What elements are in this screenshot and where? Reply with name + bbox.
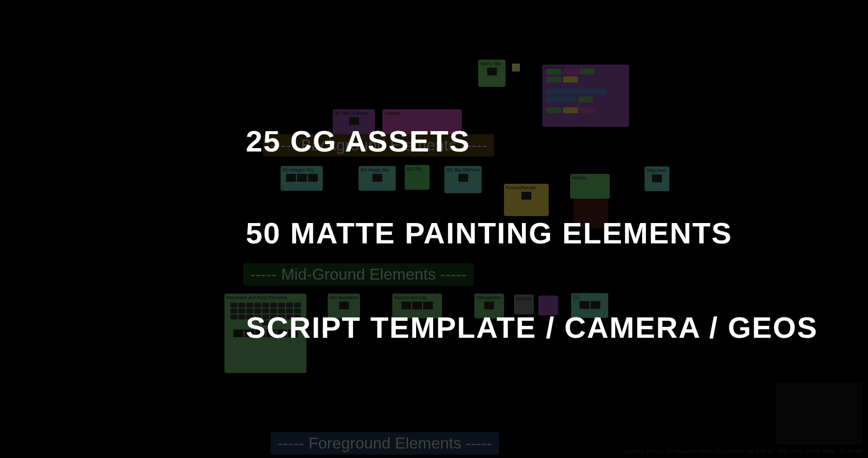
overlay-line-2: 50 MATTE PAINTING ELEMENTS [246,216,732,250]
overlay-line-3: SCRIPT TEMPLATE / CAMERA / GEOS [246,310,818,345]
overlay-line-1: 25 CG ASSETS [246,124,470,158]
overlay-text-layer: 25 CG ASSETS 50 MATTE PAINTING ELEMENTS … [0,0,868,458]
